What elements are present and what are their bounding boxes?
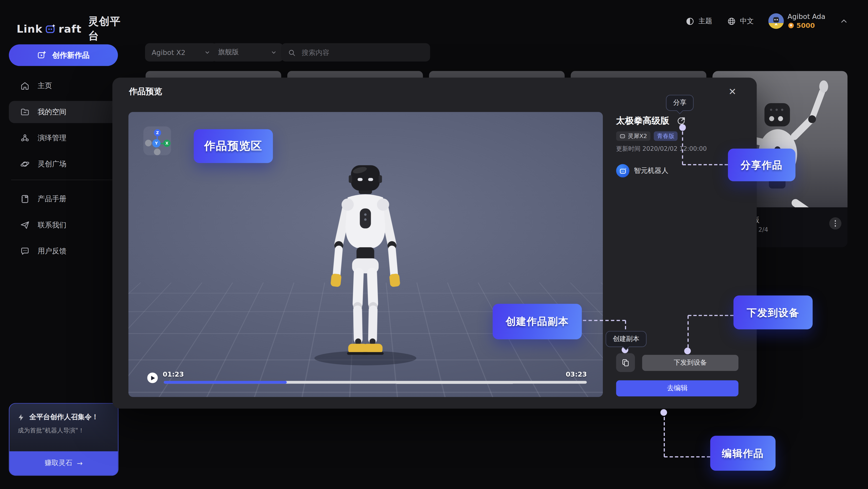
model-dropdown-value: Agibot X2 [152,48,185,56]
model-tag: 灵犀X2 [616,132,650,141]
sidebar-item-performance[interactable]: 演绎管理 [9,127,118,149]
theme-label: 主题 [699,17,712,26]
sidebar-item-label: 演绎管理 [38,133,66,143]
search-input[interactable] [301,48,402,57]
model-tag-label: 灵犀X2 [628,132,647,140]
language-label: 中文 [740,17,754,26]
axis-y: Y [152,139,160,147]
connector-deploy-v [688,315,689,348]
lightning-icon [17,413,25,421]
language-switch[interactable]: 中文 [726,17,754,26]
promo-card: 全平台创作人召集令！ 成为首批"机器人导演"！ 赚取灵石 → [9,403,119,476]
chevron-down-icon [204,49,211,55]
brand-suffix: raft [59,23,82,35]
modal-title: 作品预览 [129,86,162,97]
brand-prefix: Link [17,23,42,35]
sidebar-item-label: 产品手册 [38,194,66,204]
globe-icon [726,17,736,26]
axis-gray-bottom [154,148,160,155]
go-edit-button[interactable]: 去编辑 [616,380,738,396]
sidebar-item-feedback[interactable]: 用户反馈 [9,240,118,262]
sidebar-item-manual[interactable]: 产品手册 [9,188,118,210]
author-avatar [616,164,629,177]
search-bar [281,43,430,62]
progress-fill [164,381,286,384]
progress-bar[interactable] [164,381,587,384]
header: 主题 中文 Agibot Ada [685,11,848,31]
callout-share-work: 分享作品 [728,148,795,181]
callout-create-copy: 创建作品副本 [493,304,582,339]
connector-edit-v [664,417,665,457]
avatar[interactable] [768,13,784,29]
total-time: 03:23 [566,370,587,378]
callout-edit-work: 编辑作品 [710,436,775,471]
username: Agibot Ada [787,13,826,21]
video-create-icon [37,50,46,60]
sidebar-item-contact[interactable]: 联系我们 [9,214,118,236]
play-button[interactable] [147,372,158,383]
brand-platform: 灵创平台 [88,15,128,43]
model-dropdown[interactable]: Agibot X2 [145,43,217,62]
sidebar-item-home[interactable]: 主页 [9,75,118,97]
connector-share-h [683,164,728,165]
work-title: 太极拳高级版 [616,115,669,127]
author-name: 智元机器人 [634,166,669,175]
create-new-work-button[interactable]: 创作新作品 [9,44,118,66]
theme-icon [685,17,694,26]
author-row[interactable]: 智元机器人 [616,164,669,177]
work-card-progress: 2/4 [758,226,768,234]
copy-work-button[interactable] [616,353,635,372]
connector-copy-h [583,320,626,321]
axis-gizmo[interactable]: Z Y X [143,126,171,155]
connector-share-v [682,132,683,165]
arrow-right-icon: → [77,459,83,467]
chat-bubble-icon [20,246,30,256]
app-window: Link raft 灵创平台 创作新作品 [0,0,868,489]
callout-preview-area: 作品预览区 [194,129,273,163]
book-icon [20,194,30,204]
promo-title: 全平台创作人召集令！ [29,412,99,422]
copy-icon [621,358,630,367]
axis-gray-left [145,140,152,146]
earn-gems-label: 赚取灵石 [45,458,72,468]
brand-logo: Link raft 灵创平台 [17,15,128,43]
connector-dot-share [679,124,686,131]
connector-dot-deploy [684,348,691,354]
edition-dropdown-value: 旗舰版 [218,48,239,57]
home-icon [20,81,30,91]
kebab-menu-icon[interactable] [829,218,841,229]
close-icon[interactable]: ✕ [728,86,737,97]
sidebar-divider [11,180,116,180]
current-time: 01:23 [163,370,184,378]
paper-plane-icon [20,220,30,230]
chevron-up-icon[interactable] [840,17,848,25]
theme-toggle[interactable]: 主题 [685,17,712,26]
edition-dropdown[interactable]: 旗舰版 [211,43,283,62]
sidebar-item-my-space[interactable]: 我的空间 [9,101,118,123]
create-new-work-label: 创作新作品 [52,50,90,60]
nodes-icon [20,133,30,143]
sidebar-item-label: 灵创广场 [38,159,66,169]
robot-face-icon [619,133,626,139]
sidebar: Link raft 灵创平台 创作新作品 [0,0,128,489]
sidebar-item-plaza[interactable]: 灵创广场 [9,153,118,175]
copy-tooltip: 创建副本 [606,331,647,347]
share-tooltip: 分享 [666,95,693,111]
connector-deploy-h [688,315,733,316]
update-time: 更新时间 2020/02/02 12:00:00 [616,145,707,153]
deploy-to-device-button[interactable]: 下发到设备 [642,355,739,371]
axis-z: Z [154,129,161,136]
user-menu[interactable]: Agibot Ada 5000 [768,13,826,29]
earn-gems-button[interactable]: 赚取灵石 → [9,451,118,475]
sidebar-item-label: 用户反馈 [38,246,66,256]
search-icon [288,49,296,56]
folder-icon [20,107,30,117]
edition-tag-label: 青春版 [657,132,675,140]
coin-icon [787,22,794,29]
sidebar-item-label: 主页 [38,81,52,91]
coin-balance: 5000 [797,22,815,29]
work-tags: 灵犀X2 青春版 [616,132,678,141]
connector-edit-h [664,456,710,458]
chevron-down-icon [271,49,277,55]
promo-subtitle: 成为首批"机器人导演"！ [18,426,118,434]
